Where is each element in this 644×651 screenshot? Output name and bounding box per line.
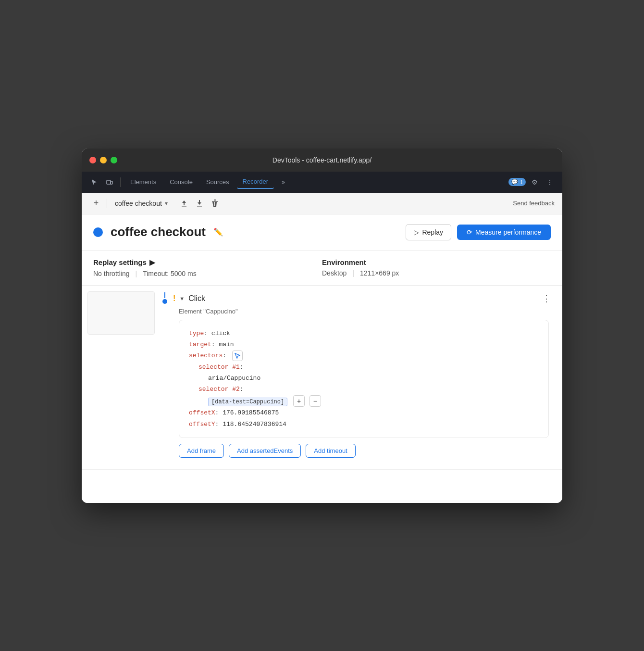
selector2-val: [data-test=Cappucino] bbox=[208, 398, 287, 406]
code-line-offsety: offsetY: 118.6452407836914 bbox=[189, 419, 539, 430]
env-separator: | bbox=[352, 269, 354, 277]
type-key: type bbox=[189, 330, 204, 337]
offsetx-val: 176.90185546875 bbox=[223, 409, 279, 416]
step-actions-row: Add frame Add assertedEvents Add timeout bbox=[179, 444, 549, 458]
recording-title-bar: coffee checkout ✏️ ▷ Replay ⟳ Measure pe… bbox=[82, 214, 562, 250]
minimize-button[interactable] bbox=[100, 157, 107, 163]
chat-icon: 💬 bbox=[511, 179, 518, 185]
header-divider bbox=[107, 199, 107, 208]
main-content: coffee checkout ✏️ ▷ Replay ⟳ Measure pe… bbox=[82, 214, 562, 503]
close-button[interactable] bbox=[89, 157, 96, 163]
replay-settings-toggle[interactable]: Replay settings ▶ bbox=[93, 258, 322, 267]
step-thumbnail bbox=[87, 291, 155, 335]
cursor-icon[interactable] bbox=[87, 175, 101, 189]
tab-console[interactable]: Console bbox=[164, 175, 198, 188]
replay-settings-bar: Replay settings ▶ No throttling | Timeou… bbox=[82, 250, 562, 286]
target-key: target bbox=[189, 341, 211, 348]
edit-icon[interactable]: ✏️ bbox=[213, 227, 223, 237]
performance-icon: ⟳ bbox=[467, 228, 472, 236]
inspect-selector-button[interactable] bbox=[232, 351, 243, 361]
tab-more[interactable]: » bbox=[276, 175, 291, 188]
offsety-val: 118.6452407836914 bbox=[223, 421, 286, 428]
step-line-top bbox=[164, 292, 165, 298]
selector1-key: selector #1 bbox=[198, 363, 240, 371]
type-val: click bbox=[211, 330, 230, 337]
settings-separator: | bbox=[135, 270, 137, 277]
svg-rect-0 bbox=[107, 180, 111, 184]
device-value: Desktop bbox=[322, 269, 347, 277]
target-val: main bbox=[219, 341, 234, 348]
recording-title: coffee checkout bbox=[111, 225, 206, 239]
download-button[interactable] bbox=[193, 197, 206, 210]
code-line-selector2-val: [data-test=Cappucino] + − bbox=[208, 395, 539, 408]
code-line-selectors: selectors: bbox=[189, 350, 539, 361]
tab-sources[interactable]: Sources bbox=[200, 175, 235, 188]
replay-settings-label: Replay settings bbox=[93, 258, 147, 266]
step-more-button[interactable]: ⋮ bbox=[538, 291, 555, 306]
selector2-key: selector #2 bbox=[198, 386, 240, 393]
table-row: ! ▼ Click ⋮ Element "Cappucino" type: cl… bbox=[82, 286, 562, 470]
chevron-right-icon: ▶ bbox=[149, 258, 155, 267]
recorder-header: + coffee checkout ▾ Send feedback bbox=[82, 193, 562, 214]
code-line-offsetx: offsetX: 176.90185546875 bbox=[189, 407, 539, 418]
measure-label: Measure performance bbox=[475, 228, 541, 236]
environment-label: Environment bbox=[322, 258, 551, 266]
code-line-target: target: main bbox=[189, 339, 539, 350]
add-frame-button[interactable]: Add frame bbox=[179, 444, 224, 458]
code-line-selector1-val: aria/Cappucino bbox=[208, 373, 539, 384]
recording-status-dot bbox=[93, 227, 103, 237]
settings-right: Environment Desktop | 1211×669 px bbox=[322, 258, 551, 277]
code-line-type: type: click bbox=[189, 328, 539, 339]
expand-icon[interactable]: ▼ bbox=[179, 296, 185, 301]
code-line-selector1-key: selector #1: bbox=[198, 362, 539, 373]
remove-selector-button[interactable]: − bbox=[310, 395, 321, 407]
offsetx-key: offsetX bbox=[189, 409, 215, 416]
upload-button[interactable] bbox=[177, 197, 191, 210]
step-content: ! ▼ Click ⋮ Element "Cappucino" type: cl… bbox=[155, 286, 562, 470]
svg-rect-1 bbox=[111, 181, 112, 184]
settings-values: No throttling | Timeout: 5000 ms bbox=[93, 270, 322, 277]
warning-icon: ! bbox=[173, 294, 175, 303]
measure-performance-button[interactable]: ⟳ Measure performance bbox=[457, 225, 551, 240]
step-code-block: type: click target: main selectors: bbox=[179, 320, 549, 438]
step-dot bbox=[162, 299, 167, 304]
tab-recorder[interactable]: Recorder bbox=[237, 175, 274, 189]
traffic-lights bbox=[89, 157, 117, 163]
add-asserted-events-button[interactable]: Add assertedEvents bbox=[229, 444, 301, 458]
more-icon[interactable]: ⋮ bbox=[543, 175, 557, 189]
env-values: Desktop | 1211×669 px bbox=[322, 269, 551, 277]
step-title: Click bbox=[188, 294, 205, 303]
throttling-value: No throttling bbox=[93, 270, 129, 277]
delete-button[interactable] bbox=[208, 197, 222, 210]
recording-actions bbox=[177, 197, 222, 210]
devtools-window: DevTools - coffee-cart.netlify.app/ Elem… bbox=[82, 149, 562, 503]
play-icon: ▷ bbox=[414, 228, 419, 236]
timeout-value: Timeout: 5000 ms bbox=[143, 270, 197, 277]
code-line-selector2-key: selector #2: bbox=[198, 384, 539, 395]
titlebar: DevTools - coffee-cart.netlify.app/ bbox=[82, 149, 562, 172]
badge-counter[interactable]: 💬 1 bbox=[508, 178, 526, 186]
selected-recording-name: coffee checkout bbox=[115, 200, 162, 207]
recording-selector[interactable]: coffee checkout ▾ bbox=[111, 198, 172, 209]
replay-label: Replay bbox=[422, 228, 443, 236]
window-title: DevTools - coffee-cart.netlify.app/ bbox=[272, 156, 372, 164]
step-header: ! ▼ Click ⋮ bbox=[162, 291, 555, 306]
replay-button[interactable]: ▷ Replay bbox=[406, 224, 451, 240]
step-subtitle: Element "Cappucino" bbox=[179, 308, 555, 315]
resolution-value: 1211×669 px bbox=[360, 269, 399, 277]
step-indicator bbox=[162, 292, 167, 305]
settings-icon[interactable]: ⚙ bbox=[528, 175, 541, 189]
title-actions: ▷ Replay ⟳ Measure performance bbox=[406, 224, 551, 240]
selectors-key: selectors bbox=[189, 352, 223, 359]
add-selector-button[interactable]: + bbox=[293, 395, 305, 407]
selector1-val: aria/Cappucino bbox=[208, 375, 260, 382]
send-feedback-link[interactable]: Send feedback bbox=[513, 200, 555, 207]
badge-count: 1 bbox=[520, 179, 523, 185]
tab-elements[interactable]: Elements bbox=[124, 175, 162, 188]
device-toggle-icon[interactable] bbox=[103, 175, 116, 189]
offsety-key: offsetY bbox=[189, 421, 215, 428]
maximize-button[interactable] bbox=[111, 157, 117, 163]
steps-area: ! ▼ Click ⋮ Element "Cappucino" type: cl… bbox=[82, 286, 562, 470]
add-recording-button[interactable]: + bbox=[89, 197, 103, 210]
add-timeout-button[interactable]: Add timeout bbox=[306, 444, 355, 458]
